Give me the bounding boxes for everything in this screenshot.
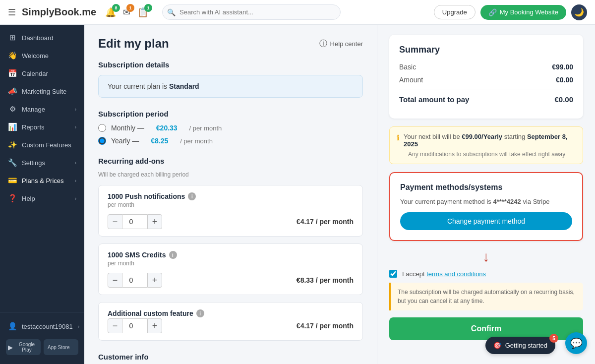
monthly-suffix: / per month <box>189 124 222 132</box>
page-header: Edit my plan ⓘ Help center <box>98 37 363 51</box>
next-bill-amount: €99.00/Yearly <box>462 133 502 140</box>
main-left-panel: Edit my plan ⓘ Help center Subscription … <box>84 25 377 364</box>
monthly-price: €20.33 <box>156 124 178 132</box>
sidebar-label-custom: Custom Features <box>22 141 76 149</box>
calendar-sidebar-icon: 📅 <box>8 69 17 78</box>
sms-qty-minus[interactable]: − <box>108 273 122 288</box>
next-bill-text: Your next bill will be €99.00/Yearly sta… <box>404 133 576 148</box>
subscription-period-title: Subscription period <box>98 110 363 118</box>
sidebar-item-manage[interactable]: ⚙ Manage › <box>0 100 84 118</box>
push-qty-minus[interactable]: − <box>108 214 122 229</box>
search-input[interactable] <box>162 4 341 20</box>
sidebar-item-calendar[interactable]: 📅 Calendar <box>0 64 84 82</box>
sidebar-footer: 👤 testaccount19081 › ▶ Google Play App S… <box>0 312 84 364</box>
addon-custom-feature: Additional custom feature i − + €4.17 / … <box>98 302 363 341</box>
summary-total-row: Total amount to pay €0.00 <box>399 89 573 104</box>
sidebar-label-dashboard: Dashboard <box>22 34 76 42</box>
addon-custom-controls: − + €4.17 / per month <box>108 318 354 333</box>
account-arrow-icon: › <box>78 324 79 329</box>
sidebar-label-settings: Settings <box>22 159 70 167</box>
custom-qty-control: − + <box>108 318 162 333</box>
summary-basic-row: Basic €99.00 <box>399 63 573 71</box>
sidebar-nav: ⊞ Dashboard 👋 Welcome 📅 Calendar 📣 Marke… <box>0 25 84 312</box>
chat-button[interactable]: 💬 <box>565 332 587 354</box>
addon-push-notifications: 1000 Push notifications i per month − + … <box>98 185 363 237</box>
down-arrow-icon: ↓ <box>483 249 490 265</box>
account-icon: 👤 <box>8 322 17 331</box>
sidebar-item-marketing[interactable]: 📣 Marketing Suite <box>0 82 84 100</box>
yearly-radio[interactable] <box>98 137 106 145</box>
sidebar-item-plans[interactable]: 💳 Plans & Prices › <box>0 172 84 189</box>
plans-arrow-icon: › <box>75 178 76 183</box>
summary-amount-value: €0.00 <box>556 76 573 84</box>
page-title: Edit my plan <box>98 37 169 51</box>
darkmode-button[interactable]: 🌙 <box>571 4 587 20</box>
messages-badge: 1 <box>126 4 134 12</box>
terms-checkbox[interactable] <box>389 270 397 278</box>
terms-link[interactable]: terms and conditions <box>426 270 486 278</box>
upgrade-button[interactable]: Upgrade <box>434 5 476 19</box>
sidebar-account[interactable]: 👤 testaccount19081 › <box>0 317 84 335</box>
booking-website-button[interactable]: 🔗 My Booking Website <box>480 5 566 20</box>
terms-text: I accept terms and conditions <box>402 270 486 278</box>
sidebar-account-label: testaccount19081 <box>22 323 73 330</box>
summary-basic-value: €99.00 <box>552 63 573 71</box>
settings-arrow-icon: › <box>75 160 76 166</box>
custom-qty-plus[interactable]: + <box>147 318 162 333</box>
google-play-button[interactable]: ▶ Google Play <box>6 339 41 355</box>
payment-card-number: 4****4242 <box>493 198 521 205</box>
next-bill-row: ℹ Your next bill will be €99.00/Yearly s… <box>397 133 576 148</box>
summary-amount-row: Amount €0.00 <box>399 76 573 84</box>
notifications-badge: 8 <box>112 4 120 12</box>
sidebar: ⊞ Dashboard 👋 Welcome 📅 Calendar 📣 Marke… <box>0 25 84 364</box>
addon-sms-controls: − + €8.33 / per month <box>108 273 354 288</box>
monthly-radio[interactable] <box>98 124 106 132</box>
monthly-option[interactable]: Monthly — €20.33 / per month <box>98 124 363 132</box>
addon-custom-name: Additional custom feature i <box>108 309 354 317</box>
getting-started-button[interactable]: 🎯 Getting started 5 <box>485 337 555 354</box>
info-circle-icon: ℹ <box>397 133 400 142</box>
current-plan-card: Your current plan is Standard <box>98 75 363 98</box>
sidebar-item-settings[interactable]: 🔧 Settings › <box>0 154 84 172</box>
sidebar-item-help[interactable]: ❓ Help › <box>0 189 84 207</box>
app-store-button[interactable]: App Store <box>44 339 78 355</box>
hamburger-menu[interactable]: ☰ <box>8 7 16 18</box>
yearly-suffix: / per month <box>180 137 213 145</box>
push-price: €4.17 / per month <box>297 218 354 226</box>
change-payment-button[interactable]: Change payment method <box>400 212 572 230</box>
sms-qty-plus[interactable]: + <box>147 273 162 288</box>
sidebar-label-reports: Reports <box>22 123 70 131</box>
yearly-option[interactable]: Yearly — €8.25 / per month <box>98 137 363 145</box>
manage-arrow-icon: › <box>75 107 76 112</box>
addons-title: Recurring add-ons <box>98 157 363 165</box>
getting-started-badge: 5 <box>549 334 558 343</box>
messages-inbox[interactable]: ✉ 1 <box>123 7 130 18</box>
addons-subtitle: Will be charged each billing period <box>98 171 363 178</box>
sidebar-item-custom[interactable]: ✨ Custom Features <box>0 136 84 154</box>
app-store-buttons: ▶ Google Play App Store <box>0 335 84 359</box>
terms-row: I accept terms and conditions <box>389 270 583 278</box>
help-center-link[interactable]: ⓘ Help center <box>319 39 363 49</box>
addon-sms-permonth: per month <box>108 260 354 267</box>
custom-price: €4.17 / per month <box>297 322 354 330</box>
sms-info-icon[interactable]: i <box>169 251 177 259</box>
custom-info-icon[interactable]: i <box>196 309 204 317</box>
sidebar-item-dashboard[interactable]: ⊞ Dashboard <box>0 29 84 47</box>
push-info-icon[interactable]: i <box>188 192 196 200</box>
link-icon: 🔗 <box>488 8 497 16</box>
custom-qty-minus[interactable]: − <box>108 318 122 333</box>
plans-icon: 💳 <box>8 176 17 185</box>
push-qty-input[interactable] <box>122 214 147 229</box>
sidebar-item-welcome[interactable]: 👋 Welcome <box>0 47 84 64</box>
summary-card: Summary Basic €99.00 Amount €0.00 Total … <box>389 35 583 119</box>
sidebar-item-reports[interactable]: 📊 Reports › <box>0 118 84 136</box>
calendar-nav[interactable]: 📋 1 <box>137 7 148 18</box>
addons-section: Recurring add-ons Will be charged each b… <box>98 157 363 341</box>
main-area: Edit my plan ⓘ Help center Subscription … <box>84 25 595 364</box>
notifications-bell[interactable]: 🔔 8 <box>105 7 116 18</box>
push-qty-plus[interactable]: + <box>147 214 162 229</box>
subscription-details-section: Subscription details Your current plan i… <box>98 61 363 98</box>
sms-qty-input[interactable] <box>122 273 147 288</box>
search-icon: 🔍 <box>167 8 176 16</box>
custom-qty-input[interactable] <box>122 318 147 333</box>
